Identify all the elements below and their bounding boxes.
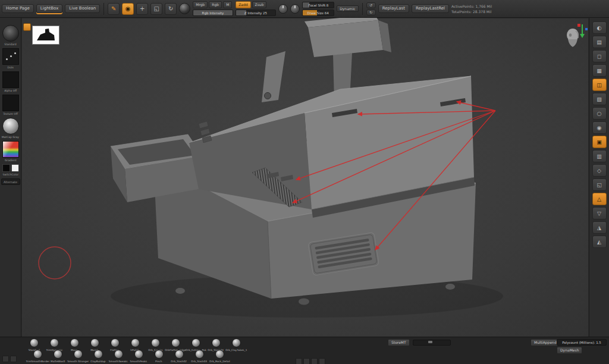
- brush-thumbnail[interactable]: Orb_Slash02: [169, 350, 189, 363]
- brush-sphere-icon: [155, 350, 164, 359]
- model-thumbnail: [33, 26, 59, 44]
- live-boolean-button[interactable]: Live Boolean: [65, 4, 100, 13]
- brush-thumbnail[interactable]: Orb_Slash03: [189, 350, 209, 363]
- brush-thumbnail[interactable]: Smooth Stronger: [68, 350, 88, 363]
- tray-mini-icon[interactable]: [311, 358, 318, 364]
- store-mt-button[interactable]: StoreMT: [388, 339, 410, 346]
- axis-gizmo[interactable]: [577, 23, 589, 40]
- solo-icon[interactable]: ◉: [592, 121, 607, 134]
- brush-thumbnail[interactable]: Pinch: [149, 350, 169, 363]
- tray-mini-icon[interactable]: [296, 358, 302, 364]
- draw-size-knob[interactable]: [290, 4, 300, 14]
- brush-sphere-icon: [94, 350, 103, 359]
- scale-canvas-icon[interactable]: ◱: [592, 178, 607, 191]
- secondary-color-swatch[interactable]: [11, 164, 19, 172]
- actual-size-icon[interactable]: ◮: [592, 221, 607, 234]
- brush-cursor-circle: [39, 247, 71, 279]
- brush-sphere-icon: [50, 338, 59, 347]
- brush-sphere-icon: [90, 338, 99, 347]
- brush-thumbnail[interactable]: ClayBuildup: [88, 350, 108, 363]
- render-mode-icon[interactable]: ▤: [592, 36, 607, 48]
- tray-mini-icon[interactable]: [319, 358, 325, 364]
- brush-thumbnail[interactable]: Orb_Rock_Detail: [209, 350, 230, 363]
- brush-sphere-icon: [131, 338, 140, 347]
- draw-icon[interactable]: ◉: [122, 3, 134, 15]
- tray-mini-icon[interactable]: [2, 356, 9, 362]
- move-icon[interactable]: +: [136, 3, 148, 15]
- multi-append-button[interactable]: MultiAppend: [530, 339, 560, 346]
- replay-last-rel-button[interactable]: ReplayLastRel: [412, 4, 449, 13]
- rgb-intensity-slider[interactable]: Rgb Intensity: [193, 10, 233, 16]
- zsub-button[interactable]: Zsub: [252, 1, 267, 8]
- brush-sphere-icon: [70, 338, 79, 347]
- current-brush-thumbnail[interactable]: Standard: [2, 25, 19, 46]
- aa-half-icon[interactable]: ◭: [592, 236, 607, 248]
- toolbar-divider: [362, 3, 363, 15]
- zoom-canvas-icon[interactable]: △: [592, 193, 607, 205]
- tray-mini-icon[interactable]: [10, 356, 17, 362]
- replay-forward-icon[interactable]: ↻: [366, 10, 376, 15]
- brush-sphere-icon: [74, 350, 83, 359]
- local-symmetry-icon[interactable]: ◫: [592, 79, 607, 91]
- scale-icon[interactable]: ◱: [150, 3, 162, 15]
- replay-last-button[interactable]: ReplayLast: [378, 4, 409, 13]
- rgb-button[interactable]: Rgb: [209, 1, 222, 8]
- rotate-icon[interactable]: ↻: [165, 3, 177, 15]
- switch-color[interactable]: SwitchColor: [2, 164, 20, 176]
- focal-shift-slider[interactable]: Focal Shift 8: [302, 2, 334, 8]
- floor-grid-icon[interactable]: ▦: [592, 64, 607, 77]
- brush-thumbnail[interactable]: SmoothTweaks: [108, 350, 128, 363]
- brush-row-2: TrimSmoothBorder MatteWax0 Smooth Strong…: [27, 350, 230, 363]
- viewport[interactable]: [21, 18, 589, 337]
- lightbox-button[interactable]: LightBox: [36, 4, 62, 13]
- brush-sphere-icon: [30, 338, 39, 347]
- color-picker[interactable]: Gradient: [2, 141, 19, 162]
- ghost-icon[interactable]: ○: [592, 107, 607, 120]
- axis-y-icon: [582, 24, 583, 34]
- brush-sphere-icon: [215, 350, 224, 359]
- stroke-thumbnail[interactable]: Dots: [2, 48, 19, 69]
- polycount-slider[interactable]: Polycount (Millions): 1.5: [557, 339, 607, 346]
- brush-sphere-icon: [54, 350, 62, 359]
- replay-back-icon[interactable]: ↺: [366, 2, 376, 8]
- move-canvas-icon[interactable]: ◇: [592, 164, 607, 177]
- scroll-canvas-icon[interactable]: ▽: [592, 207, 607, 219]
- polyframe-icon[interactable]: ▥: [592, 150, 607, 162]
- edit-icon[interactable]: ✎: [108, 3, 120, 15]
- brush-sphere-icon: [171, 338, 180, 347]
- draw-size-slider[interactable]: Draw Size 64: [302, 10, 334, 16]
- m-button[interactable]: M: [223, 1, 232, 8]
- alternate-button[interactable]: Alternate: [1, 178, 20, 185]
- brush-thumbnail[interactable]: MatteWax0: [48, 350, 68, 363]
- transparency-icon[interactable]: ▧: [592, 93, 607, 105]
- canvas-corner-icon[interactable]: [23, 23, 31, 31]
- texture-thumbnail[interactable]: Texture Off: [2, 95, 19, 115]
- toolbar-divider: [103, 3, 104, 15]
- home-page-button[interactable]: Home Page: [2, 4, 34, 13]
- dynamic-button[interactable]: Dynamic: [337, 5, 358, 12]
- perspective-icon[interactable]: ◻: [592, 50, 607, 62]
- mrgb-button[interactable]: Mrgb: [193, 1, 208, 8]
- brush-sphere-icon: [111, 338, 120, 347]
- brush-sphere-icon: [114, 350, 123, 359]
- tray-mini-icon[interactable]: [303, 358, 310, 364]
- material-thumbnail[interactable]: MatCap Gray: [1, 118, 20, 139]
- bpr-render-icon[interactable]: ◐: [592, 21, 607, 34]
- slider-handle[interactable]: [428, 341, 432, 343]
- bottom-shelf: Standard TrimDynamic Move Morph Flatten: [0, 337, 609, 364]
- z-intensity-slider[interactable]: Z Intensity 25: [236, 10, 276, 16]
- frame-mesh-icon[interactable]: ▣: [592, 136, 607, 148]
- material-preview-ball-icon[interactable]: [179, 3, 190, 14]
- brush-thumbnail[interactable]: TrimSmoothBorder: [27, 350, 48, 363]
- stroke-dots-icon: [2, 48, 19, 65]
- focal-shift-knob[interactable]: [278, 4, 288, 14]
- right-shelf: ◐ ▤ ◻ ▦ ◫ ▧ ○ ◉ ▣ ▥ ◇ ◱ △ ▽ ◮ ◭: [589, 18, 609, 337]
- zadd-button[interactable]: Zadd: [236, 1, 250, 8]
- brush-thumbnail[interactable]: SmoothPeaks: [128, 350, 149, 363]
- brush-sphere-icon: [33, 350, 42, 359]
- brush-sphere-icon: [151, 338, 160, 347]
- alpha-thumbnail[interactable]: Alpha Off: [2, 71, 19, 92]
- primary-color-swatch[interactable]: [2, 164, 10, 172]
- dynamesh-button[interactable]: DynaMesh: [557, 347, 582, 354]
- store-mt-slider[interactable]: [413, 340, 451, 346]
